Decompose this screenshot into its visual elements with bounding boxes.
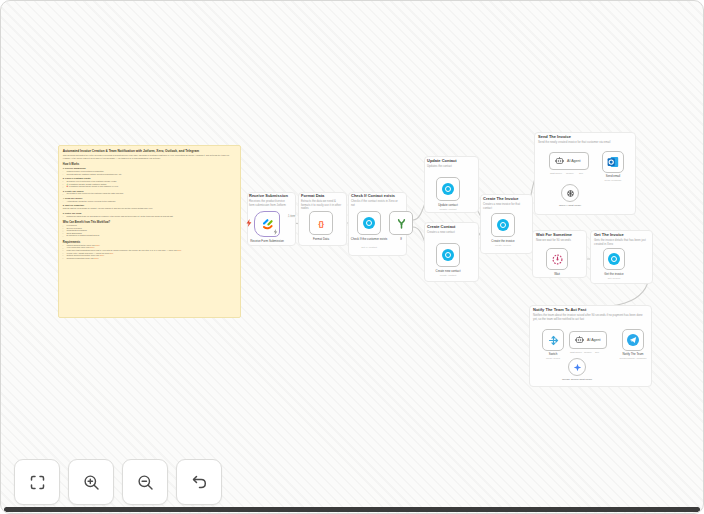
note-req-title: Requirements <box>63 240 236 243</box>
note-step-bullets: Generates a new invoice for the customer… <box>63 193 236 196</box>
node-create-invoice[interactable] <box>491 213 515 237</box>
note-who-title: Who Can Benefit from This Workflow? <box>63 220 236 223</box>
trigger-bolt-icon <box>246 219 252 227</box>
node-subtitle: mode: Rules <box>535 357 571 360</box>
node-switch[interactable] <box>542 329 564 351</box>
section-desc: Notifies the team about the invoice rais… <box>533 314 645 321</box>
fit-view-button[interactable] <box>14 459 60 505</box>
node-label: Format Data <box>303 238 339 242</box>
xero-icon <box>608 253 620 265</box>
section-desc: Receives the product/service form submis… <box>249 200 291 207</box>
undo-button[interactable] <box>176 459 222 505</box>
note-how-title: How It Works <box>63 162 236 165</box>
node-update-contact[interactable] <box>436 177 460 201</box>
outlook-icon <box>607 156 619 168</box>
agent-port-label: Chat Model* <box>550 172 562 174</box>
note-step-bullets: Triggered when a new Jotform is submitte… <box>63 170 236 175</box>
fit-view-icon <box>28 473 47 492</box>
here-link[interactable]: here <box>109 252 113 254</box>
note-bullet: Collects data like customer details, sel… <box>67 173 236 176</box>
node-subtitle: get: invoice <box>591 277 637 280</box>
zoom-in-icon <box>82 473 101 492</box>
note-step-heading: 2. Check If Customer Exists <box>63 177 236 180</box>
node-subtitle: getAll: contact <box>345 246 393 249</box>
node-if[interactable] <box>389 211 413 235</box>
gemini-icon <box>573 363 582 372</box>
node-label: If <box>395 238 407 242</box>
node-format-data[interactable]: { } <box>309 211 333 235</box>
section-desc: Checks if the contact exists in Xero or … <box>351 200 401 207</box>
note-bullet: ✘ If Customer Doesn't Exist: Create a ne… <box>67 185 236 188</box>
node-google-gemini-chat-model[interactable] <box>568 358 586 376</box>
node-ai-agent-notify[interactable]: AI Agent <box>569 331 607 349</box>
note-req-item: Telegram credentials (more info here) <box>67 257 236 260</box>
agent-port-label: Chat Model* <box>570 351 582 353</box>
node-label: AI Agent <box>587 338 601 342</box>
section-desc: Extracts the data we need & formats it t… <box>301 200 343 211</box>
node-openai-chat-model[interactable] <box>561 184 579 202</box>
node-subtitle: sendMessage: message <box>610 357 656 360</box>
xero-icon <box>497 219 509 231</box>
node-subtitle: send: message <box>596 179 630 182</box>
node-check-customer-exists[interactable] <box>357 211 381 235</box>
note-step-heading: 1. Receive Submission <box>63 167 236 170</box>
xero-icon <box>363 217 375 229</box>
node-receive-form-submission[interactable] <box>254 211 280 237</box>
node-label: Receive Form Submission <box>241 240 293 244</box>
note-step-heading: 6. Notify The Team <box>63 212 236 215</box>
note-who-item: E-commerce or Digital Product Sellers <box>67 235 236 238</box>
note-step-heading: 4. Send The Invoice <box>63 197 236 200</box>
note-bullet: Automatically sends the invoice via emai… <box>67 200 236 203</box>
node-ai-agent-send[interactable]: AI Agent <box>549 152 589 170</box>
node-label: Check If the customer exists <box>345 238 393 242</box>
node-label: OpenAI Chat Model <box>548 204 592 207</box>
sticky-note[interactable]: Automated Invoice Creation & Team Notifi… <box>58 145 241 318</box>
section-desc: Creates a new invoice for that contact <box>483 203 527 210</box>
note-step-bullets: Searches Xero to determine if the custom… <box>63 180 236 188</box>
section-desc: Now we wait for 90 seconds <box>536 239 582 243</box>
node-label: Google Gemini Chat Model <box>551 378 603 381</box>
window-bottom-edge <box>4 507 700 512</box>
agent-port-label: Memory <box>566 172 574 174</box>
note-title: Automated Invoice Creation & Team Notifi… <box>63 149 236 153</box>
node-wait[interactable] <box>546 248 568 270</box>
undo-icon <box>190 473 209 492</box>
node-notify-team[interactable] <box>622 329 644 351</box>
node-send-email[interactable] <box>602 151 624 173</box>
xero-icon <box>442 249 454 261</box>
edge-items-label: 1 item <box>287 215 296 218</box>
section-desc: Creates a new contact <box>427 231 475 235</box>
code-braces-icon: { } <box>318 219 323 228</box>
switch-icon <box>548 335 559 346</box>
note-step-heading: 3. Create The Invoice <box>63 190 236 193</box>
note-step-heading: 5. Wait For Sometime <box>63 204 236 207</box>
xero-icon <box>442 183 454 195</box>
note-step-bullets: Notifies the sales team (on Telegram for… <box>63 215 236 218</box>
workflow-canvas[interactable]: Automated Invoice Creation & Team Notifi… <box>0 0 704 514</box>
note-step-text: Now we wait for 90 seconds (by default, … <box>63 208 236 211</box>
note-who-list: Freelancers Service Providers Consultant… <box>63 224 236 237</box>
jotform-icon <box>261 218 274 231</box>
node-subtitle: create: invoice <box>485 244 521 247</box>
section-desc: Updates the contact <box>427 165 475 169</box>
node-subtitle: update: contact <box>430 208 466 211</box>
wait-clock-icon <box>552 254 563 265</box>
note-req-list: Jotform account setup (more info here) X… <box>63 244 236 260</box>
node-get-invoice[interactable] <box>603 248 625 270</box>
here-link[interactable]: here <box>177 249 181 251</box>
node-label: Wait <box>546 273 568 277</box>
node-subtitle: create: contact <box>430 274 466 277</box>
section-desc: Gets the invoice details that has been j… <box>594 239 648 246</box>
note-bullet: Generates a new invoice for the customer… <box>67 193 236 196</box>
zoom-out-button[interactable] <box>122 459 168 505</box>
sticky-note-content: Automated Invoice Creation & Team Notifi… <box>59 146 240 263</box>
agent-port-label: Memory <box>584 351 592 353</box>
robot-icon <box>555 157 564 165</box>
telegram-icon <box>627 334 639 346</box>
node-create-new-contact[interactable] <box>436 243 460 267</box>
if-branch-icon <box>396 218 407 229</box>
zoom-in-button[interactable] <box>68 459 114 505</box>
section-desc: Send the newly created invoice for that … <box>538 141 630 145</box>
robot-icon <box>575 336 584 344</box>
node-label: AI Agent <box>567 159 581 163</box>
